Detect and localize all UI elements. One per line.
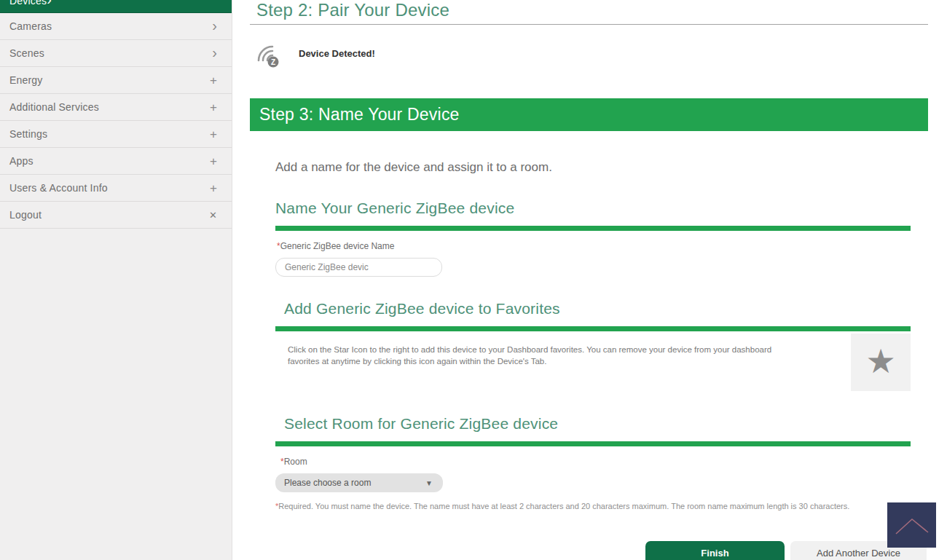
sidebar: Devices › Cameras › Scenes › Energy + Ad…	[0, 0, 232, 560]
device-name-input[interactable]	[275, 258, 442, 277]
green-underline-bar	[275, 441, 911, 446]
finish-button[interactable]: Finish	[645, 541, 785, 560]
sidebar-item-label: Settings	[9, 128, 47, 140]
room-label: *Room	[280, 457, 307, 467]
svg-text:Z: Z	[271, 58, 275, 66]
chevron-right-icon: ›	[47, 0, 52, 7]
room-section-heading: Select Room for Generic ZigBee device	[284, 415, 558, 433]
section-divider	[250, 24, 928, 25]
close-icon: ✕	[209, 210, 217, 220]
green-underline-bar	[275, 226, 911, 231]
sidebar-item-label: Scenes	[9, 47, 44, 59]
sidebar-item-label: Users & Account Info	[9, 182, 108, 194]
plus-icon: +	[210, 74, 217, 87]
sidebar-item-label: Additional Services	[9, 101, 99, 113]
sidebar-item-energy[interactable]: Energy +	[0, 67, 232, 94]
sidebar-item-logout[interactable]: Logout ✕	[0, 202, 232, 229]
chevron-right-icon: ›	[212, 18, 217, 33]
chevron-right-icon: ›	[212, 45, 217, 60]
step3-intro-text: Add a name for the device and assign it …	[275, 160, 552, 175]
sidebar-item-label: Devices	[9, 0, 47, 7]
scroll-to-top-button[interactable]	[887, 502, 936, 548]
sidebar-item-label: Energy	[9, 74, 43, 86]
sidebar-filler	[0, 229, 232, 560]
device-name-label: *Generic ZigBee device Name	[277, 241, 394, 251]
favorite-star-button[interactable]: ★	[851, 334, 911, 391]
sidebar-item-apps[interactable]: Apps +	[0, 148, 232, 175]
zigbee-signal-icon: Z	[255, 43, 283, 71]
device-detected-status: Device Detected!	[299, 48, 375, 59]
sidebar-item-settings[interactable]: Settings +	[0, 121, 232, 148]
sidebar-item-users-account-info[interactable]: Users & Account Info +	[0, 175, 232, 202]
plus-icon: +	[210, 182, 217, 194]
sidebar-item-additional-services[interactable]: Additional Services +	[0, 94, 232, 121]
sidebar-item-scenes[interactable]: Scenes ›	[0, 40, 232, 67]
room-dropdown-value: Please choose a room	[284, 478, 371, 488]
sidebar-item-label: Apps	[9, 155, 34, 167]
sidebar-item-label: Logout	[9, 209, 42, 221]
main-content: Step 2: Pair Your Device Z Device Detect…	[232, 0, 947, 560]
favorites-description: Click on the Star Icon to the right to a…	[288, 344, 776, 367]
sidebar-item-devices[interactable]: Devices ›	[0, 0, 232, 13]
favorites-section-heading: Add Generic ZigBee device to Favorites	[284, 300, 560, 318]
requirements-footnote: *Required. You must name the device. The…	[275, 502, 849, 510]
plus-icon: +	[210, 128, 217, 141]
step2-title: Step 2: Pair Your Device	[256, 0, 449, 20]
step3-banner: Step 3: Name Your Device	[250, 98, 928, 131]
sidebar-item-cameras[interactable]: Cameras ›	[0, 13, 232, 40]
room-dropdown[interactable]: Please choose a room ▼	[275, 473, 443, 492]
sidebar-item-label: Cameras	[9, 20, 52, 32]
star-icon: ★	[865, 344, 895, 378]
chevron-down-icon: ▼	[425, 479, 433, 487]
plus-icon: +	[210, 155, 217, 167]
green-underline-bar	[275, 326, 911, 331]
plus-icon: +	[210, 101, 217, 114]
chevron-up-icon	[892, 510, 932, 540]
name-section-heading: Name Your Generic ZigBee device	[275, 200, 514, 217]
device-setup-page: Devices › Cameras › Scenes › Energy + Ad…	[0, 0, 947, 560]
